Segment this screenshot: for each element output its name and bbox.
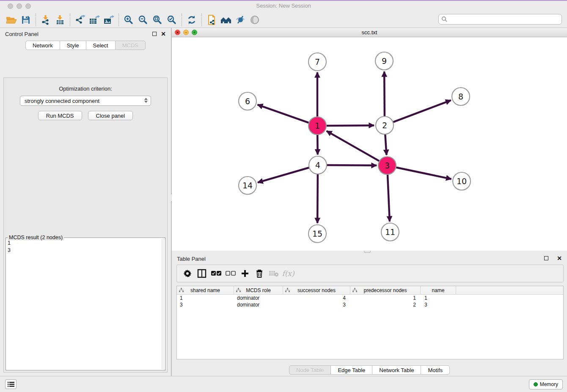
delete-table-button[interactable] xyxy=(267,267,280,280)
table-options-button[interactable] xyxy=(181,267,194,280)
zoom-out-button[interactable] xyxy=(136,14,150,26)
close-panel-icon[interactable]: ✕ xyxy=(161,32,166,36)
edge-4-3[interactable] xyxy=(325,165,377,166)
search-input[interactable] xyxy=(438,14,562,25)
refresh-view-button[interactable] xyxy=(184,14,199,26)
tab-network[interactable]: Network xyxy=(25,41,60,50)
edge-1-4[interactable] xyxy=(317,133,318,155)
edge-2-9[interactable] xyxy=(384,72,385,118)
open-session-button[interactable] xyxy=(4,14,19,26)
node-11[interactable]: 11 xyxy=(381,223,399,241)
task-list-icon xyxy=(8,381,14,387)
table-cell[interactable]: 3 xyxy=(421,301,456,308)
hide-graphics-button[interactable] xyxy=(233,14,248,26)
table-panel-header: Table Panel xyxy=(172,253,567,265)
run-mcds-button[interactable]: Run MCDS xyxy=(38,111,82,120)
zoom-in-button[interactable] xyxy=(121,14,136,26)
minimize-network-icon[interactable]: − xyxy=(183,30,189,35)
network-file-icon xyxy=(206,14,217,25)
export-image-button[interactable] xyxy=(102,14,116,26)
delete-column-icon xyxy=(255,269,264,278)
table-toolbar: f(x) xyxy=(176,265,564,282)
column-header-successor-nodes[interactable]: successor nodes xyxy=(283,286,350,294)
edge-4-15[interactable] xyxy=(317,173,318,223)
create-column-button[interactable] xyxy=(239,267,251,280)
table-cell[interactable]: dominator xyxy=(234,295,283,301)
network-view-window: ✕ − + scc.txt 7968124314101511 xyxy=(172,28,567,251)
edge-4-14[interactable] xyxy=(258,167,311,182)
close-panel-icon[interactable]: ✕ xyxy=(557,256,562,260)
network-canvas-svg: 7968124314101511 xyxy=(172,37,567,251)
edge-3-10[interactable] xyxy=(395,167,451,179)
node-1[interactable]: 1 xyxy=(308,117,326,135)
table-row[interactable]: 3dominator323 xyxy=(177,301,563,308)
node-7[interactable]: 7 xyxy=(308,53,326,71)
zoom-fit-button[interactable] xyxy=(150,14,165,26)
edge-1-6[interactable] xyxy=(258,105,310,123)
table-cell[interactable]: 1 xyxy=(350,295,421,301)
column-header-mcds-role[interactable]: MCDS role xyxy=(234,286,283,294)
float-panel-icon[interactable] xyxy=(152,32,157,36)
node-3[interactable]: 3 xyxy=(378,157,396,174)
table-mode-button[interactable] xyxy=(195,267,208,280)
node-8[interactable]: 8 xyxy=(452,88,470,105)
memory-button[interactable]: Memory xyxy=(529,379,563,389)
node-15[interactable]: 15 xyxy=(308,225,326,243)
node-10[interactable]: 10 xyxy=(453,172,471,190)
table-row[interactable]: 1dominator411 xyxy=(177,295,563,301)
zoom-selected-button[interactable] xyxy=(165,14,179,26)
import-network-button[interactable] xyxy=(39,14,53,26)
edge-3-1[interactable] xyxy=(327,131,381,162)
table-cell[interactable]: 3 xyxy=(283,301,350,308)
tab-edge-table[interactable]: Edge Table xyxy=(331,365,372,375)
tab-network-table[interactable]: Network Table xyxy=(372,365,421,375)
column-header-shared-name[interactable]: shared name xyxy=(177,286,234,294)
save-session-button[interactable] xyxy=(19,14,33,26)
table-cell[interactable]: dominator xyxy=(234,301,283,308)
delete-column-button[interactable] xyxy=(253,267,266,280)
table-cell[interactable]: 2 xyxy=(350,301,421,308)
scrollbar[interactable] xyxy=(161,239,164,369)
edge-1-2[interactable] xyxy=(325,125,374,126)
network-from-file-button[interactable] xyxy=(204,14,219,26)
tab-node-table[interactable]: Node Table xyxy=(289,365,331,375)
column-header-name[interactable]: name xyxy=(421,286,456,294)
column-header-predecessor-nodes[interactable]: predecessor nodes xyxy=(350,286,421,294)
edge-3-11[interactable] xyxy=(388,173,390,221)
table-cell[interactable]: 3 xyxy=(177,301,234,308)
close-panel-button[interactable]: Close panel xyxy=(88,111,133,120)
table-cell[interactable]: 1 xyxy=(177,295,234,301)
network-canvas[interactable]: 7968124314101511 xyxy=(172,37,567,251)
network-window-titlebar[interactable]: ✕ − + scc.txt xyxy=(172,28,567,37)
tab-mcds[interactable]: MCDS xyxy=(116,41,146,50)
close-network-icon[interactable]: ✕ xyxy=(175,30,180,35)
edge-2-3[interactable] xyxy=(385,133,386,155)
table-cell[interactable]: 4 xyxy=(283,295,350,301)
show-graphics-details-button[interactable] xyxy=(248,14,262,26)
function-builder-button[interactable]: f(x) xyxy=(282,267,295,280)
memory-label: Memory xyxy=(540,381,558,387)
edge-2-8[interactable] xyxy=(392,100,451,123)
node-6[interactable]: 6 xyxy=(239,92,256,110)
tree-icon xyxy=(236,288,241,293)
node-4[interactable]: 4 xyxy=(309,156,327,174)
import-table-button[interactable] xyxy=(53,14,67,26)
node-9[interactable]: 9 xyxy=(375,52,393,70)
tab-motifs[interactable]: Motifs xyxy=(421,365,450,375)
float-panel-icon[interactable] xyxy=(544,256,548,260)
maximize-network-icon[interactable]: + xyxy=(192,30,197,35)
optimization-criterion-select[interactable]: strongly connected component xyxy=(20,96,151,106)
home-layout-button[interactable] xyxy=(219,14,233,26)
hide-all-columns-button[interactable] xyxy=(224,267,237,280)
node-label: 6 xyxy=(245,97,250,106)
network-window-traffic-lights[interactable]: ✕ − + xyxy=(175,30,197,35)
task-history-button[interactable] xyxy=(5,379,17,389)
tab-style[interactable]: Style xyxy=(60,41,86,50)
export-table-button[interactable] xyxy=(87,14,102,26)
table-cell[interactable]: 1 xyxy=(421,295,456,301)
export-network-button[interactable] xyxy=(73,14,87,26)
tab-select[interactable]: Select xyxy=(86,41,116,50)
node-2[interactable]: 2 xyxy=(376,116,394,134)
node-14[interactable]: 14 xyxy=(239,177,256,194)
show-all-columns-button[interactable] xyxy=(210,267,223,280)
